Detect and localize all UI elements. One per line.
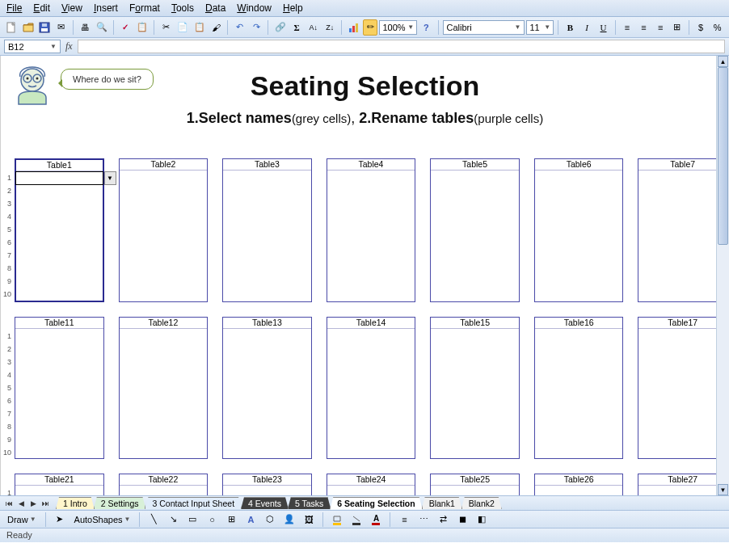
sort-desc-icon[interactable]: Z↓ — [322, 19, 338, 36]
table-header[interactable]: Table21 — [15, 474, 103, 486]
tab-seating[interactable]: 6 Seating Selection — [330, 497, 422, 510]
table-header[interactable]: Table23 — [223, 474, 311, 486]
table-block[interactable]: Table14 — [327, 317, 416, 459]
shadow-icon[interactable]: ◼ — [454, 512, 470, 528]
tab-last-icon[interactable]: ⏭ — [40, 498, 51, 509]
table-block[interactable]: Table23 — [222, 474, 312, 495]
table-block[interactable]: Table25 — [430, 474, 520, 495]
autosum-icon[interactable]: Σ — [289, 19, 305, 36]
formula-bar[interactable] — [78, 40, 725, 53]
arrow-icon[interactable]: ↘ — [165, 512, 181, 528]
scroll-thumb[interactable] — [718, 67, 728, 245]
undo-icon[interactable]: ↶ — [232, 19, 247, 36]
table-block[interactable]: Table5 — [430, 158, 520, 302]
oval-icon[interactable]: ○ — [204, 512, 220, 528]
table-header[interactable]: Table2 — [120, 159, 208, 171]
help-icon[interactable]: ? — [419, 19, 434, 36]
vertical-scrollbar[interactable]: ▲ ▼ — [716, 56, 729, 495]
select-objects-icon[interactable]: ➤ — [52, 512, 68, 528]
menu-format[interactable]: Format — [129, 2, 160, 14]
zoom-select[interactable]: 100%▼ — [379, 20, 417, 35]
table-header[interactable]: Table14 — [327, 318, 415, 329]
preview-icon[interactable]: 🔍 — [95, 19, 110, 36]
table-block[interactable]: Table26 — [534, 474, 624, 495]
menu-insert[interactable]: Insert — [94, 2, 118, 14]
table-block[interactable]: Table21 — [15, 474, 104, 495]
font-size-select[interactable]: 11▼ — [526, 20, 554, 35]
table-header[interactable]: Table26 — [535, 474, 623, 486]
currency-icon[interactable]: $ — [693, 19, 709, 36]
drawing-icon[interactable]: ✏ — [363, 19, 378, 36]
rectangle-icon[interactable]: ▭ — [184, 512, 200, 528]
format-painter-icon[interactable]: 🖌 — [209, 19, 224, 36]
fill-color-icon[interactable] — [329, 512, 345, 528]
arrow-style-icon[interactable]: ⇄ — [435, 512, 451, 528]
spell-icon[interactable]: ✓ — [118, 19, 133, 36]
table-header[interactable]: Table13 — [223, 318, 311, 329]
print-icon[interactable]: 🖶 — [78, 19, 93, 36]
table-block[interactable]: Table22 — [119, 474, 209, 495]
tab-first-icon[interactable]: ⏮ — [3, 498, 15, 509]
chart-icon[interactable] — [346, 19, 361, 36]
copy-icon[interactable]: 📄 — [175, 19, 191, 36]
dropdown-arrow-icon[interactable]: ▼ — [104, 171, 116, 185]
fx-icon[interactable]: fx — [65, 40, 73, 53]
tab-intro[interactable]: 1 Intro — [56, 497, 95, 509]
textbox-icon[interactable]: ⊞ — [223, 512, 239, 528]
clipart-icon[interactable]: 👤 — [281, 512, 297, 528]
bold-icon[interactable]: B — [563, 19, 578, 36]
table-block[interactable]: Table11 — [15, 317, 104, 459]
menu-file[interactable]: File — [6, 2, 22, 14]
tab-next-icon[interactable]: ▶ — [27, 498, 39, 509]
table-header[interactable]: Table4 — [327, 159, 415, 171]
font-select[interactable]: Calibri▼ — [443, 20, 525, 35]
table-header[interactable]: Table16 — [535, 318, 623, 329]
dash-style-icon[interactable]: ⋯ — [415, 512, 432, 528]
menu-data[interactable]: Data — [205, 2, 225, 14]
align-center-icon[interactable]: ≡ — [636, 19, 651, 36]
table-block[interactable]: Table24 — [327, 474, 416, 495]
table-header[interactable]: Table25 — [431, 474, 519, 486]
italic-icon[interactable]: I — [579, 19, 595, 36]
table-header[interactable]: Table6 — [535, 159, 623, 171]
table-header[interactable]: Table22 — [120, 474, 208, 486]
menu-view[interactable]: View — [61, 2, 82, 14]
3d-icon[interactable]: ◧ — [474, 512, 490, 528]
table-block[interactable]: Table13 — [222, 317, 312, 459]
table-block[interactable]: Table2 — [119, 158, 209, 302]
align-left-icon[interactable]: ≡ — [620, 19, 635, 36]
tab-prev-icon[interactable]: ◀ — [15, 498, 27, 509]
table-block[interactable]: Table7 — [638, 158, 727, 302]
redo-icon[interactable]: ↷ — [249, 19, 264, 36]
table-block[interactable]: Table16 — [534, 317, 624, 459]
open-icon[interactable] — [21, 19, 36, 36]
picture-icon[interactable]: 🖼 — [301, 512, 317, 528]
tab-blank1[interactable]: Blank1 — [422, 497, 462, 509]
menu-edit[interactable]: Edit — [33, 2, 50, 14]
menu-help[interactable]: Help — [283, 2, 303, 14]
line-style-icon[interactable]: ≡ — [396, 512, 412, 528]
align-right-icon[interactable]: ≡ — [653, 19, 668, 36]
name-box[interactable]: B12▼ — [4, 40, 61, 53]
table-header[interactable]: Table24 — [327, 474, 415, 486]
table-block[interactable]: Table27 — [638, 474, 727, 495]
paste-icon[interactable]: 📋 — [192, 19, 207, 36]
merge-icon[interactable]: ⊞ — [669, 19, 685, 36]
line-color-icon[interactable] — [348, 512, 364, 528]
table-block[interactable]: Table15 — [430, 317, 520, 459]
table-block[interactable]: Table4 — [327, 158, 416, 302]
table-header[interactable]: Table11 — [15, 318, 103, 329]
table-header[interactable]: Table15 — [431, 318, 519, 329]
table-block[interactable]: Table3 — [222, 158, 312, 302]
diagram-icon[interactable]: ⬡ — [262, 512, 278, 528]
line-icon[interactable]: ╲ — [145, 512, 162, 528]
new-icon[interactable] — [4, 19, 19, 36]
table-header[interactable]: Table5 — [431, 159, 519, 171]
draw-menu[interactable]: Draw▼ — [4, 514, 40, 525]
table-block[interactable]: Table1 ▼ — [15, 158, 104, 302]
scroll-up-icon[interactable]: ▲ — [718, 56, 728, 67]
table-block[interactable]: Table6 — [534, 158, 624, 302]
selected-cell[interactable] — [15, 171, 103, 185]
font-color-icon[interactable]: A — [368, 512, 384, 528]
underline-icon[interactable]: U — [596, 19, 611, 36]
